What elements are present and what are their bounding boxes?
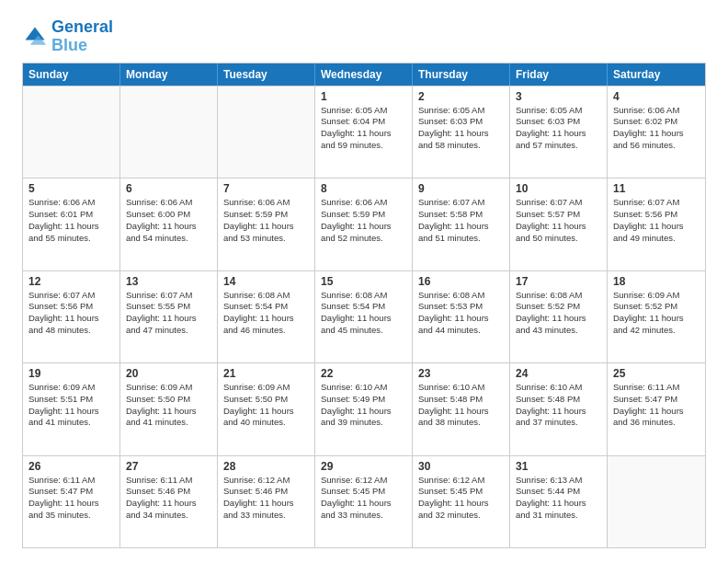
day-number: 8 [321,182,406,195]
cell-line: Sunset: 5:55 PM [126,301,211,313]
cell-line: and 33 minutes. [321,510,406,522]
day-cell-19: 19Sunrise: 6:09 AMSunset: 5:51 PMDayligh… [23,363,120,454]
cell-line: and 49 minutes. [613,233,700,245]
day-number: 9 [418,182,504,195]
day-number: 12 [28,275,114,288]
cell-line: and 34 minutes. [126,510,211,522]
day-number: 14 [223,275,309,288]
cell-line: and 35 minutes. [28,510,114,522]
calendar-row-3: 19Sunrise: 6:09 AMSunset: 5:51 PMDayligh… [23,362,705,454]
calendar-row-4: 26Sunrise: 6:11 AMSunset: 5:47 PMDayligh… [23,455,705,547]
day-cell-12: 12Sunrise: 6:07 AMSunset: 5:56 PMDayligh… [23,271,120,362]
day-number: 23 [418,367,504,380]
day-number: 11 [613,182,700,195]
cell-line: and 47 minutes. [126,325,211,337]
cell-line: Sunset: 5:48 PM [516,394,601,406]
day-cell-17: 17Sunrise: 6:08 AMSunset: 5:52 PMDayligh… [510,271,608,362]
cell-line: and 46 minutes. [223,325,309,337]
day-number: 30 [418,460,504,473]
day-number: 20 [126,367,211,380]
day-number: 1 [321,90,406,103]
cell-line: Sunset: 5:48 PM [418,394,504,406]
cell-line: Sunrise: 6:11 AM [28,475,114,487]
day-number: 27 [126,460,211,473]
day-cell-2: 2Sunrise: 6:05 AMSunset: 6:03 PMDaylight… [413,86,510,178]
day-number: 15 [321,275,406,288]
cell-line: Daylight: 11 hours [613,221,700,233]
day-cell-22: 22Sunrise: 6:10 AMSunset: 5:49 PMDayligh… [315,363,413,454]
cell-line: and 58 minutes. [418,140,504,152]
cell-line: and 42 minutes. [613,325,700,337]
day-number: 6 [126,182,211,195]
day-cell-4: 4Sunrise: 6:06 AMSunset: 6:02 PMDaylight… [608,86,705,178]
cell-line: Daylight: 11 hours [418,498,504,510]
cell-line: Daylight: 11 hours [126,498,211,510]
cell-line: and 57 minutes. [516,140,601,152]
cell-line: Sunset: 5:52 PM [516,301,601,313]
cell-line: and 56 minutes. [613,140,700,152]
cell-line: Daylight: 11 hours [28,406,114,418]
day-cell-21: 21Sunrise: 6:09 AMSunset: 5:50 PMDayligh… [218,363,315,454]
cell-line: and 39 minutes. [321,417,406,429]
cell-line: Sunset: 5:54 PM [223,301,309,313]
cell-line: Sunset: 5:47 PM [28,486,114,498]
calendar-row-2: 12Sunrise: 6:07 AMSunset: 5:56 PMDayligh… [23,270,705,362]
cell-line: Sunrise: 6:09 AM [28,382,114,394]
cell-line: and 37 minutes. [516,417,601,429]
header: General Blue [22,18,706,55]
day-cell-11: 11Sunrise: 6:07 AMSunset: 5:56 PMDayligh… [608,178,705,270]
cell-line: and 59 minutes. [321,140,406,152]
svg-marker-0 [26,27,45,40]
header-day-saturday: Saturday [608,63,705,86]
cell-line: Sunset: 6:03 PM [516,116,601,128]
cell-line: Sunrise: 6:08 AM [516,290,601,302]
day-cell-26: 26Sunrise: 6:11 AMSunset: 5:47 PMDayligh… [23,456,120,547]
cell-line: Daylight: 11 hours [223,221,309,233]
day-number: 18 [613,275,700,288]
calendar-row-1: 5Sunrise: 6:06 AMSunset: 6:01 PMDaylight… [23,178,705,270]
cell-line: Sunset: 5:47 PM [613,394,700,406]
cell-line: Daylight: 11 hours [613,313,700,325]
logo-text: General Blue [51,18,113,55]
day-cell-5: 5Sunrise: 6:06 AMSunset: 6:01 PMDaylight… [23,178,120,270]
day-number: 28 [223,460,309,473]
cell-line: and 44 minutes. [418,325,504,337]
cell-line: Sunset: 5:46 PM [223,486,309,498]
day-cell-8: 8Sunrise: 6:06 AMSunset: 5:59 PMDaylight… [315,178,413,270]
logo-icon [22,24,48,50]
cell-line: Sunset: 5:46 PM [126,486,211,498]
calendar: SundayMondayTuesdayWednesdayThursdayFrid… [22,63,706,548]
cell-line: Daylight: 11 hours [516,313,601,325]
cell-line: Sunrise: 6:11 AM [613,382,700,394]
cell-line: and 48 minutes. [28,325,114,337]
calendar-header: SundayMondayTuesdayWednesdayThursdayFrid… [23,63,705,86]
cell-line: Sunrise: 6:09 AM [613,290,700,302]
day-number: 31 [516,460,601,473]
cell-line: and 45 minutes. [321,325,406,337]
cell-line: Sunrise: 6:06 AM [28,197,114,209]
cell-line: Sunrise: 6:06 AM [613,105,700,117]
day-cell-10: 10Sunrise: 6:07 AMSunset: 5:57 PMDayligh… [510,178,608,270]
cell-line: and 52 minutes. [321,233,406,245]
cell-line: Sunset: 5:57 PM [516,209,601,221]
cell-line: Sunset: 5:50 PM [223,394,309,406]
cell-line: Daylight: 11 hours [516,128,601,140]
day-cell-24: 24Sunrise: 6:10 AMSunset: 5:48 PMDayligh… [510,363,608,454]
cell-line: Sunrise: 6:09 AM [126,382,211,394]
cell-line: Sunrise: 6:12 AM [418,475,504,487]
cell-line: Daylight: 11 hours [516,406,601,418]
day-number: 29 [321,460,406,473]
day-cell-25: 25Sunrise: 6:11 AMSunset: 5:47 PMDayligh… [608,363,705,454]
empty-cell-0-1 [120,86,218,178]
logo: General Blue [22,18,113,55]
cell-line: Daylight: 11 hours [516,498,601,510]
cell-line: and 38 minutes. [418,417,504,429]
cell-line: Daylight: 11 hours [126,313,211,325]
day-number: 22 [321,367,406,380]
cell-line: and 43 minutes. [516,325,601,337]
cell-line: and 40 minutes. [223,417,309,429]
cell-line: Sunrise: 6:06 AM [223,197,309,209]
cell-line: Daylight: 11 hours [418,128,504,140]
header-day-monday: Monday [120,63,218,86]
cell-line: Sunrise: 6:09 AM [223,382,309,394]
